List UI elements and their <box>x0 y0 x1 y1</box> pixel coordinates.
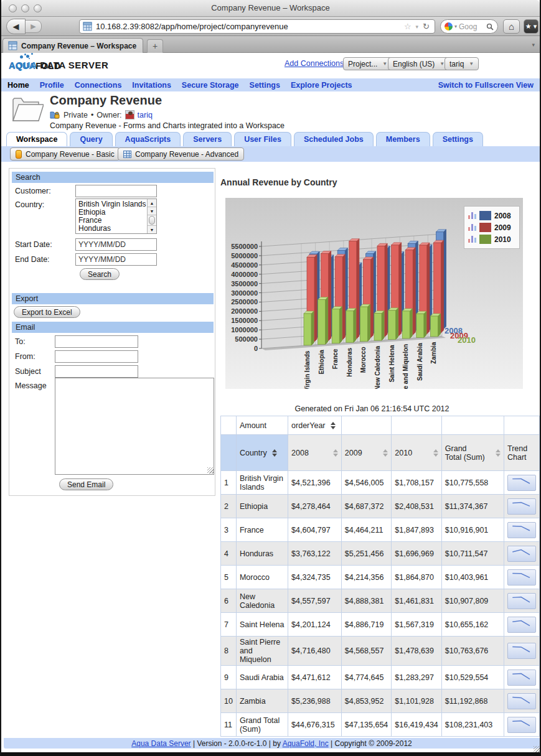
message-textarea[interactable] <box>55 378 214 475</box>
trend-chart-button[interactable] <box>507 693 536 709</box>
search-engine-field[interactable]: ▾ Goog <box>440 19 498 34</box>
search-engine-text[interactable]: Goog <box>459 22 486 31</box>
trend-chart-button[interactable] <box>507 617 536 633</box>
end-date-input[interactable] <box>75 253 157 266</box>
svg-text:New Caledonia: New Caledonia <box>374 345 381 389</box>
tab-user-files[interactable]: User Files <box>234 132 291 146</box>
scrollbar-thumb[interactable] <box>149 216 155 225</box>
url-input[interactable] <box>96 22 404 31</box>
table-row: 5Morocco$4,324,735$4,214,356$1,864,870$1… <box>221 566 540 589</box>
trend-chart-button[interactable] <box>507 717 536 733</box>
revenue-table: Amount orderYear Country200820092010Gran… <box>220 416 540 737</box>
country-cell: Saint Helena <box>236 613 288 637</box>
search-button[interactable]: Search <box>80 268 120 280</box>
window-titlebar: Company Revenue – Workspace <box>1 0 540 17</box>
trend-chart-button[interactable] <box>507 670 536 686</box>
footer-aqua-data-server-link[interactable]: Aqua Data Server <box>131 739 191 748</box>
trend-chart-button[interactable] <box>507 498 536 515</box>
trend-chart-button[interactable] <box>507 546 536 562</box>
tab-query[interactable]: Query <box>70 132 112 146</box>
nav-item-invitations[interactable]: Invitations <box>132 81 171 90</box>
country-listbox[interactable]: British Virgin IslandsEthiopiaFranceHond… <box>75 198 157 234</box>
start-date-input[interactable] <box>75 238 157 251</box>
value-2009: $4,888,381 <box>341 589 392 613</box>
column-header-2008[interactable]: 2008 <box>288 435 342 471</box>
listbox-scrollbar[interactable]: ▲ ▼ ▼ <box>147 199 156 233</box>
scroll-down-icon[interactable]: ▼ <box>148 207 156 215</box>
nav-item-secure-storage[interactable]: Secure Storage <box>182 81 239 90</box>
browser-tab[interactable]: Company Revenue – Workspace <box>2 38 143 53</box>
value-2010: $1,567,319 <box>392 613 442 637</box>
subject-input[interactable] <box>55 365 138 378</box>
home-button[interactable]: ⌂ <box>503 19 520 34</box>
nav-item-settings[interactable]: Settings <box>250 81 280 90</box>
legend-color-swatch <box>479 211 491 220</box>
column-header-2009[interactable]: 2009 <box>341 435 392 471</box>
window-title: Company Revenue – Workspace <box>1 3 540 12</box>
search-magnifier-icon[interactable] <box>486 23 494 30</box>
country-label: Country: <box>15 200 44 209</box>
customer-input[interactable] <box>75 185 157 197</box>
svg-text:4000000: 4000000 <box>231 271 258 278</box>
trend-chart-button[interactable] <box>507 522 536 538</box>
forward-button[interactable]: ▶ <box>26 20 42 33</box>
trend-chart-button[interactable] <box>507 593 536 609</box>
orderyear-group-header[interactable]: orderYear <box>288 416 342 435</box>
sort-icon[interactable] <box>272 449 277 457</box>
scroll-down-icon[interactable]: ▼ <box>148 225 156 233</box>
nav-item-explore-projects[interactable]: Explore Projects <box>291 81 352 90</box>
legend-color-swatch <box>479 235 491 244</box>
column-header-country[interactable]: Country <box>236 435 288 471</box>
browser-tabstrip: Company Revenue – Workspace + ▾ <box>1 36 540 53</box>
from-input[interactable] <box>55 350 138 363</box>
sort-icon[interactable] <box>496 449 501 457</box>
trend-chart-button[interactable] <box>507 643 536 659</box>
sort-icon[interactable] <box>333 449 338 457</box>
tab-aquascripts[interactable]: AquaScripts <box>115 132 181 146</box>
sort-icon[interactable] <box>383 449 388 457</box>
nav-item-profile[interactable]: Profile <box>40 81 64 90</box>
export-to-excel-button[interactable]: Export to Excel <box>14 306 80 318</box>
workspace-view-basic-button[interactable]: Company Revenue - Basic <box>10 147 120 161</box>
footer-aquafold-link[interactable]: AquaFold, Inc <box>283 739 329 748</box>
search-engine-dropdown-icon[interactable]: ▾ <box>454 24 457 29</box>
tab-settings[interactable]: Settings <box>433 132 483 146</box>
country-options[interactable]: British Virgin IslandsEthiopiaFranceHond… <box>76 199 147 233</box>
trend-chart-button[interactable] <box>507 475 536 491</box>
scroll-up-icon[interactable]: ▲ <box>148 199 156 207</box>
sort-icon[interactable] <box>331 422 336 429</box>
trend-chart-button[interactable] <box>507 569 536 586</box>
owner-link[interactable]: tariq <box>138 111 153 119</box>
new-tab-button[interactable]: + <box>147 39 163 53</box>
workspace-view-advanced-button[interactable]: Company Revenue - Advanced <box>118 147 244 161</box>
country-cell: Honduras <box>236 542 288 566</box>
send-email-button[interactable]: Send Email <box>59 478 113 490</box>
bookmarks-button[interactable]: ★ ▾ <box>524 19 539 34</box>
column-header-2010[interactable]: 2010 <box>392 435 442 471</box>
window-resize-grip[interactable] <box>534 746 540 752</box>
grand-total-cell: $10,775,558 <box>441 471 504 495</box>
from-label: From: <box>15 352 35 361</box>
country-option[interactable]: Honduras <box>78 225 147 233</box>
sort-icon[interactable] <box>433 449 438 457</box>
column-header-grand-total-sum-[interactable]: Grand Total (Sum) <box>441 435 504 471</box>
url-dropdown-icon[interactable]: ▾ <box>416 24 419 30</box>
amount-group-header[interactable]: Amount <box>236 416 288 435</box>
nav-item-home[interactable]: Home <box>7 81 29 90</box>
bookmark-star-icon[interactable]: ☆ <box>404 22 412 31</box>
tab-workspace[interactable]: Workspace <box>6 132 67 146</box>
nav-item-connections[interactable]: Connections <box>75 81 122 90</box>
back-button[interactable]: ◀ <box>6 19 26 34</box>
tab-servers[interactable]: Servers <box>183 132 232 146</box>
tab-members[interactable]: Members <box>376 132 430 146</box>
tab-scheduled-jobs[interactable]: Scheduled Jobs <box>294 132 374 146</box>
url-field[interactable]: ☆ ▾ ↻ <box>79 19 435 34</box>
reload-icon[interactable]: ↻ <box>423 22 430 31</box>
table-group-header-row: Amount orderYear <box>221 416 540 435</box>
tab-overflow-icon[interactable]: ▾ <box>532 42 535 48</box>
textarea-resize-grip[interactable] <box>207 467 214 474</box>
to-input[interactable] <box>55 335 138 348</box>
trend-chart-cell <box>504 495 539 518</box>
fullscreen-link[interactable]: Switch to Fullscreen View <box>438 81 534 90</box>
chart-legend: 200820092010 <box>464 206 520 249</box>
